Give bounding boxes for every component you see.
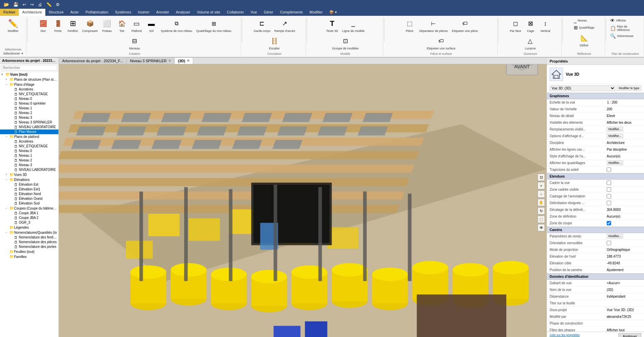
tree-item-niveau2b[interactable]: 🗒 Niveau 2: [0, 158, 58, 163]
tab-contextual[interactable]: 📦 ▾: [326, 9, 340, 16]
qa-open-btn[interactable]: 📂: [3, 2, 10, 7]
tab-prefabrication[interactable]: Préfabrication: [82, 9, 112, 16]
piece-btn[interactable]: ⬚ Pièce: [402, 17, 417, 34]
qa-print-btn[interactable]: 🖨: [37, 2, 43, 7]
mur-rideau-btn[interactable]: ⧉ Système de mur-rideau: [159, 17, 194, 34]
tab-analyser[interactable]: Analyser: [172, 9, 194, 16]
definir-btn[interactable]: 📐 Définir: [577, 32, 591, 48]
sol-btn[interactable]: ▬ Sol: [144, 17, 159, 34]
zoom-out-btn[interactable]: −: [538, 190, 545, 198]
visionneuse-btn[interactable]: 🔍 Visionneuse: [609, 33, 642, 39]
escalier-btn[interactable]: 🪜 Escalier: [267, 35, 282, 51]
search-input[interactable]: [1, 65, 57, 71]
ligne-modele-btn[interactable]: ⎯ Ligne de modèle: [341, 17, 367, 34]
tab-architecture[interactable]: Architecture: [19, 9, 45, 16]
qa-undo-btn[interactable]: ↩: [22, 2, 27, 7]
vp-tab-niveau3[interactable]: Niveau 3 SPRINKLER ✕: [127, 58, 175, 64]
tree-item-niveau0b[interactable]: 🗒 Niveau 0: [0, 149, 58, 153]
tree-item-niveau0-sprinkler[interactable]: 🗒 Niveau 0 sprinkler: [0, 101, 58, 106]
cadrer-vue-checkbox[interactable]: [607, 181, 611, 185]
etiqueter-piece-btn[interactable]: 🏷 Etiqueter une pièce: [450, 17, 480, 34]
tree-item-niv-etiq2[interactable]: 🗒 NIV_ETIQUETAGE: [0, 144, 58, 149]
rampe-btn[interactable]: ↗ Rampe d'accès: [273, 17, 297, 34]
quadrillages-modify-btn[interactable]: Modifier...: [607, 160, 623, 165]
orientation-checkbox[interactable]: [607, 241, 611, 245]
tree-item-niveau0a[interactable]: 🗒 Niveau 0: [0, 97, 58, 101]
zoom-in-btn[interactable]: +: [538, 182, 545, 189]
tree-item-acroteres1[interactable]: 🗒 Acrotères: [0, 87, 58, 92]
tree-item-plans-etage[interactable]: − 📁 Plans d'étage: [0, 82, 58, 87]
delimitation-checkbox[interactable]: [607, 201, 611, 205]
composant-btn[interactable]: 📦 Composant: [81, 17, 99, 34]
poteau-btn[interactable]: ⬜ Poteau: [100, 17, 114, 34]
tree-item-vues-tout[interactable]: ▾ 📁 Vues (tout): [0, 72, 58, 77]
cadrage-annotation-checkbox[interactable]: [607, 194, 611, 198]
tree-item-niv-etiq1[interactable]: 🗒 NIV_ETIQUETAGE: [0, 92, 58, 97]
tree-item-elev-est[interactable]: 🗒 Élévation Est: [0, 182, 58, 187]
tree-item-niveau3-sprinkler[interactable]: 🗒 Niveau 3 SPRINKLER: [0, 120, 58, 125]
vp-tab-3d[interactable]: (3D) ✕: [175, 58, 193, 64]
tree-item-coupe-jba2[interactable]: 🗒 Coupe JBA 2: [0, 216, 58, 220]
vp-tab-n3-close[interactable]: ✕: [168, 59, 171, 63]
cage-btn[interactable]: ⊠ Cage: [523, 17, 538, 34]
vertical-btn[interactable]: ↕ Vertical: [538, 17, 552, 34]
tab-gerer[interactable]: Gérer: [260, 9, 276, 16]
tree-item-familles[interactable]: 📁 Familles: [0, 254, 58, 259]
tree-item-coupes[interactable]: − 📁 Coupes (Coupe du bâtiment): [0, 206, 58, 211]
params-rendu-modify-btn[interactable]: Modifier...: [607, 234, 623, 238]
qa-measure-btn[interactable]: 📏: [45, 2, 53, 7]
tree-item-nomenclatures[interactable]: − 📁 Nomenclatures/Quantités (to: [0, 230, 58, 235]
tree-item-elev-sud[interactable]: 🗒 Élévation Sud: [0, 201, 58, 206]
viewport-content[interactable]: HAUT AVANT ⊡ + − ✋ ↻ ⬚ 👁: [59, 64, 547, 337]
aide-proprietes-link[interactable]: Aide sur les propriétés: [550, 333, 618, 337]
plan-ref-btn[interactable]: 📋 Plan de référence: [609, 24, 642, 32]
tab-systemes[interactable]: Systèmes: [112, 9, 134, 16]
qa-save-btn[interactable]: 💾: [12, 2, 19, 7]
tree-item-plan-masse[interactable]: 🗒 Plan Masse: [0, 129, 58, 134]
groupe-modeles-btn[interactable]: ⊡ Groupe de modèles: [331, 35, 360, 51]
tree-item-elev-nord[interactable]: 🗒 Élévation Nord: [0, 192, 58, 196]
tree-item-elev-est1[interactable]: 🗒 Élévation Est1: [0, 187, 58, 192]
tree-item-vues3d[interactable]: + 📁 Vues 3D: [0, 172, 58, 177]
lucarne-btn[interactable]: △ Lucarne: [523, 35, 538, 51]
tab-fichier[interactable]: Fichier: [0, 9, 19, 16]
prop-value-echelle-vue[interactable]: 1 : 200: [607, 100, 641, 105]
tree-item-niveau1a[interactable]: 🗒 Niveau 1: [0, 106, 58, 111]
separateur-btn[interactable]: ⊢ Séparateur de pièces: [417, 17, 449, 34]
tab-volume[interactable]: Volume et site: [194, 9, 223, 16]
edit-type-btn[interactable]: Modifier le type: [617, 85, 641, 91]
modifier-btn[interactable]: ✏️ Modifier: [6, 17, 20, 34]
tree-item-plans-structure[interactable]: + 📁 Plans de structure (Plan struct: [0, 77, 58, 82]
options-affichage-modify-btn[interactable]: Modifier...: [607, 134, 623, 138]
tab-modifier[interactable]: Modifier: [306, 9, 326, 16]
tree-item-niveau2a[interactable]: 🗒 Niveau 2: [0, 111, 58, 115]
tree-item-niveau1b[interactable]: 🗒 Niveau 1: [0, 153, 58, 158]
tree-item-feuilles[interactable]: 📁 Feuilles (tout): [0, 249, 58, 254]
tree-item-niveau3b[interactable]: 🗒 Niveau 3: [0, 163, 58, 167]
tree-item-niveau-labo1[interactable]: 🗒 NIVEAU LABORATOIRE: [0, 125, 58, 129]
quadrillage-mur-btn[interactable]: ⊞ Quadrillage du mur-rideau: [195, 17, 233, 34]
toit-btn[interactable]: 🏠 Toit: [115, 17, 129, 34]
mur-btn[interactable]: 🧱 Mur: [36, 17, 50, 34]
trajectoire-soleil-checkbox[interactable]: [607, 167, 611, 172]
remplacements-modify-btn[interactable]: Modifier...: [607, 127, 623, 132]
tree-item-niveau-labo2[interactable]: 🗒 NIVEAU LABORATOIRE: [0, 167, 58, 172]
select-dropdown[interactable]: Sélectionner: [2, 51, 25, 55]
qa-redo-btn[interactable]: ↪: [29, 2, 35, 7]
niveau-btn[interactable]: ⎯ Niveau: [572, 17, 596, 24]
viewport-3d[interactable]: HAUT AVANT ⊡ + − ✋ ↻ ⬚ 👁: [59, 64, 547, 337]
tree-item-legendes[interactable]: 📁 Légendes: [0, 225, 58, 230]
fenetre-btn[interactable]: ⊞ Fenêtre: [66, 17, 80, 34]
orbit-btn[interactable]: ↻: [538, 207, 545, 215]
garde-corps-btn[interactable]: ⊏ Garde-corps: [252, 17, 272, 34]
meneau-btn[interactable]: ⊟ Meneau: [127, 35, 142, 51]
tree-item-acroteres2[interactable]: 🗒 Acrotères: [0, 139, 58, 144]
par-face-btn[interactable]: ◻ Par face: [508, 17, 523, 34]
tree-item-coupe-jba1[interactable]: 🗒 Coupe JBA 1: [0, 211, 58, 216]
texte3d-btn[interactable]: T Texte 3D: [325, 17, 340, 34]
tree-item-nom-portes[interactable]: 🗒 Nomenclature des portes: [0, 245, 58, 249]
tree-item-plans-plafond[interactable]: − 📁 Plans de plafond: [0, 134, 58, 139]
tab-complements[interactable]: Compléments: [276, 9, 306, 16]
tab-inserer[interactable]: Insérer: [135, 9, 153, 16]
tree-item-niveau3a[interactable]: 🗒 Niveau 3: [0, 115, 58, 120]
